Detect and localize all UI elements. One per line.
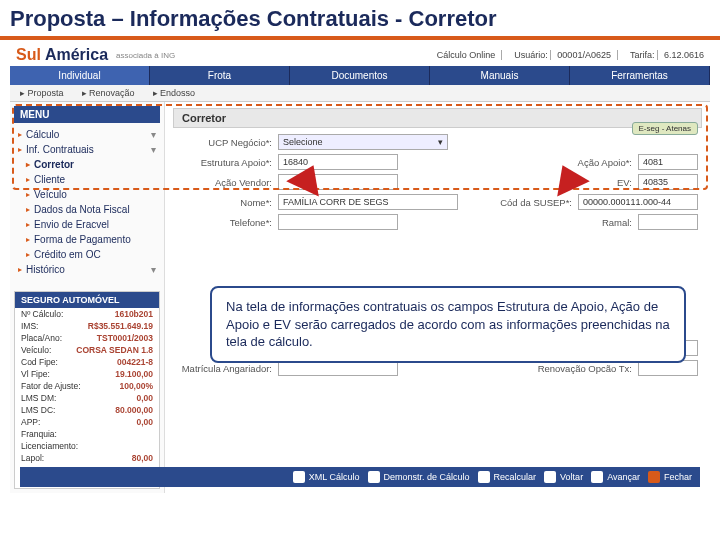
arrow-icon: ▸ — [26, 190, 30, 199]
ramal-label: Ramal: — [602, 217, 632, 228]
arrow-icon: ▸ — [26, 175, 30, 184]
summary-row: Nº Cálculo:1610b201 — [15, 308, 159, 320]
chevron-down-icon: ▾ — [438, 137, 443, 147]
ev-label: EV: — [617, 177, 632, 188]
eseg-tag: E-seg - Atenas — [632, 122, 698, 135]
sub-nav: ▸ Proposta▸ Renovação▸ Endosso — [10, 85, 710, 102]
nome-label: Nome*: — [177, 197, 272, 208]
summary-card: SEGURO AUTOMÓVEL Nº Cálculo:1610b201IMS:… — [14, 291, 160, 489]
arrow-icon: ▸ — [18, 265, 22, 274]
menu-item[interactable]: ▸Crédito em OC — [14, 247, 160, 262]
callout-box: Na tela de informações contratuais os ca… — [210, 286, 686, 363]
menu-item[interactable]: ▸Veículo — [14, 187, 160, 202]
button-icon — [648, 471, 660, 483]
summary-row: Vl Fipe:19.100,00 — [15, 368, 159, 380]
panel-header: Corretor — [173, 108, 702, 128]
summary-card-title: SEGURO AUTOMÓVEL — [15, 292, 159, 308]
arrow-icon: ▸ — [26, 160, 30, 169]
logo-text-1: Sul — [16, 46, 41, 64]
slide-title: Proposta – Informações Contratuais - Cor… — [0, 0, 720, 40]
menu-header: MENU — [14, 106, 160, 123]
chevron-icon: ▾ — [151, 129, 156, 140]
menu-item[interactable]: ▸Corretor — [14, 157, 160, 172]
summary-row: Franquia: — [15, 428, 159, 440]
topnav-tab[interactable]: Ferramentas — [570, 66, 710, 85]
logo-subtext: associada à ING — [116, 51, 175, 60]
summary-row: Placa/Ano:TST0001/2003 — [15, 332, 159, 344]
topnav-tab[interactable]: Individual — [10, 66, 150, 85]
menu-item[interactable]: ▸Cálculo▾ — [14, 127, 160, 142]
button-icon — [293, 471, 305, 483]
summary-row: LMS DM:0,00 — [15, 392, 159, 404]
acao-apoio-label: Ação Apoio*: — [578, 157, 632, 168]
footer-button[interactable]: Demonstr. de Cálculo — [368, 471, 470, 483]
button-icon — [544, 471, 556, 483]
summary-row: LMS DC:80.000,00 — [15, 404, 159, 416]
ev-input[interactable]: 40835 — [638, 174, 698, 190]
ramal-input[interactable] — [638, 214, 698, 230]
acao-vendor-label: Ação Vendor: — [177, 177, 272, 188]
sidebar: MENU ▸Cálculo▾▸Inf. Contratuais▾▸Correto… — [10, 102, 165, 493]
telefone-label: Telefone*: — [177, 217, 272, 228]
status-calc: Cálculo Online — [431, 50, 496, 60]
arrow-icon: ▸ — [26, 250, 30, 259]
arrow-icon: ▸ — [18, 130, 22, 139]
summary-row: Licenciamento: — [15, 440, 159, 452]
footer-button[interactable]: Recalcular — [478, 471, 537, 483]
chevron-icon: ▾ — [151, 144, 156, 155]
status-bar: Cálculo Online Usuário: 00001/A0625 Tari… — [431, 50, 704, 60]
status-user: Usuário: 00001/A0625 — [501, 50, 611, 60]
footer-button[interactable]: Fechar — [648, 471, 692, 483]
arrow-icon: ▸ — [18, 145, 22, 154]
brand-logo: SulAmérica associada à ING — [16, 46, 175, 64]
button-icon — [478, 471, 490, 483]
status-tarif: Tarifa: 6.12.0616 — [617, 50, 704, 60]
topnav-tab[interactable]: Documentos — [290, 66, 430, 85]
arrow-icon: ▸ — [26, 220, 30, 229]
arrow-icon: ▸ — [26, 235, 30, 244]
menu-item[interactable]: ▸Inf. Contratuais▾ — [14, 142, 160, 157]
renov-label: Renovação Opcão Tx: — [538, 363, 632, 374]
susep-label: Cód da SUSEP*: — [500, 197, 572, 208]
estrutura-label: Estrutura Apoio*: — [177, 157, 272, 168]
summary-row: Veículo:CORSA SEDAN 1.8 — [15, 344, 159, 356]
acao-apoio-input[interactable]: 4081 — [638, 154, 698, 170]
telefone-input[interactable] — [278, 214, 398, 230]
arrow-icon: ▸ — [26, 205, 30, 214]
menu-item[interactable]: ▸Dados da Nota Fiscal — [14, 202, 160, 217]
nome-input[interactable]: FAMÍLIA CORR DE SEGS — [278, 194, 458, 210]
summary-row: Fator de Ajuste:100,00% — [15, 380, 159, 392]
ucp-select[interactable]: Selecione▾ — [278, 134, 448, 150]
footer-button[interactable]: XML Cálculo — [293, 471, 360, 483]
subnav-item[interactable]: ▸ Proposta — [20, 88, 64, 98]
summary-row: IMS:R$35.551.649.19 — [15, 320, 159, 332]
chevron-icon: ▾ — [151, 264, 156, 275]
menu-item[interactable]: ▸Cliente — [14, 172, 160, 187]
summary-row: Cod Fipe:004221-8 — [15, 356, 159, 368]
app-screenshot: SulAmérica associada à ING Cálculo Onlin… — [10, 44, 710, 493]
logo-text-2: América — [45, 46, 108, 64]
summary-row: Lapol:80,00 — [15, 452, 159, 464]
subnav-item[interactable]: ▸ Endosso — [153, 88, 196, 98]
topnav-tab[interactable]: Manuais — [430, 66, 570, 85]
susep-input[interactable]: 00000.000111.000-44 — [578, 194, 698, 210]
subnav-item[interactable]: ▸ Renovação — [82, 88, 135, 98]
summary-row: APP:0,00 — [15, 416, 159, 428]
topnav-tab[interactable]: Frota — [150, 66, 290, 85]
menu-item[interactable]: ▸Envio de Eracvel — [14, 217, 160, 232]
header-row: SulAmérica associada à ING Cálculo Onlin… — [10, 44, 710, 66]
footer-bar: XML CálculoDemonstr. de CálculoRecalcula… — [20, 467, 700, 487]
menu-item[interactable]: ▸Histórico▾ — [14, 262, 160, 277]
footer-button[interactable]: Voltar — [544, 471, 583, 483]
button-icon — [591, 471, 603, 483]
ucp-label: UCP Negócio*: — [177, 137, 272, 148]
footer-button[interactable]: Avançar — [591, 471, 640, 483]
top-nav: IndividualFrotaDocumentosManuaisFerramen… — [10, 66, 710, 85]
button-icon — [368, 471, 380, 483]
menu-item[interactable]: ▸Forma de Pagamento — [14, 232, 160, 247]
matricula-label: Matrícula Angariador: — [177, 363, 272, 374]
